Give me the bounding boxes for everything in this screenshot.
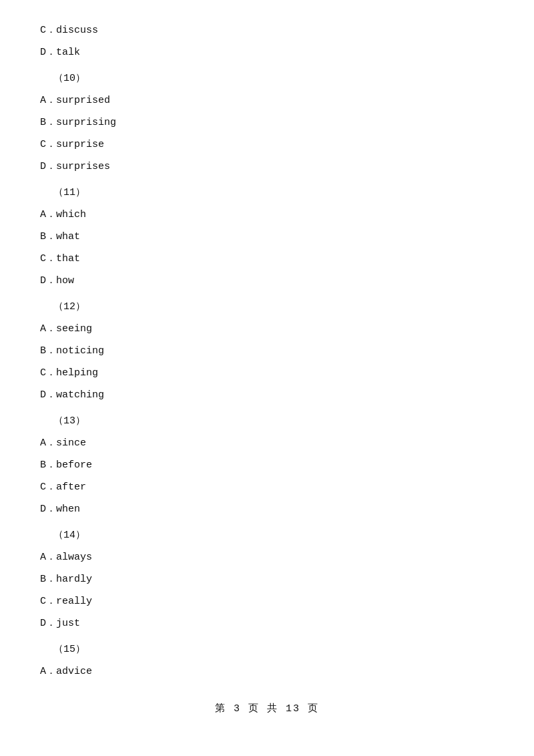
a-since: A．since xyxy=(40,433,494,453)
c-after: C．after xyxy=(40,477,494,498)
num-13: （13） xyxy=(53,412,494,430)
d-how: D．how xyxy=(40,270,494,291)
num-10: （10） xyxy=(53,69,494,87)
c-helping: C．helping xyxy=(40,363,494,383)
d-just: D．just xyxy=(40,613,494,634)
a-always: A．always xyxy=(40,547,494,568)
num-14: （14） xyxy=(53,526,494,544)
c-really: C．really xyxy=(40,591,494,612)
num-15: （15） xyxy=(53,640,494,658)
d-watching: D．watching xyxy=(40,385,494,405)
d-talk: D．talk xyxy=(40,42,494,63)
a-which: A．which xyxy=(40,204,494,225)
b-hardly: B．hardly xyxy=(40,569,494,590)
b-before: B．before xyxy=(40,455,494,476)
c-surprise: C．surprise xyxy=(40,134,494,155)
main-content: C．discussD．talk（10）A．surprisedB．surprisi… xyxy=(40,20,494,682)
c-that: C．that xyxy=(40,248,494,269)
c-discuss: C．discuss xyxy=(40,20,494,41)
a-surprised: A．surprised xyxy=(40,90,494,111)
a-advice: A．advice xyxy=(40,661,494,682)
b-what: B．what xyxy=(40,226,494,247)
num-11: （11） xyxy=(53,184,494,202)
page-footer: 第 3 页 共 13 页 xyxy=(40,702,494,715)
b-surprising: B．surprising xyxy=(40,112,494,133)
d-surprises: D．surprises xyxy=(40,156,494,177)
d-when: D．when xyxy=(40,499,494,520)
num-12: （12） xyxy=(53,298,494,316)
a-seeing: A．seeing xyxy=(40,319,494,339)
b-noticing: B．noticing xyxy=(40,341,494,361)
